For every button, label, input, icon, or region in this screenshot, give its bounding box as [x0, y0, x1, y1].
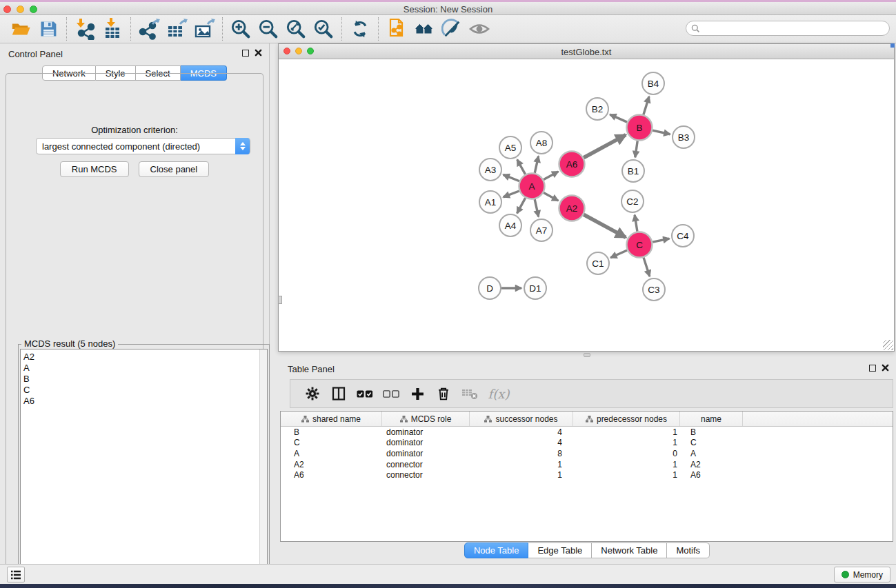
graph-edge-A-A4[interactable] — [517, 198, 526, 213]
open-folder-icon[interactable] — [7, 17, 34, 41]
result-item[interactable]: A2 — [23, 352, 267, 363]
list-icon — [10, 570, 21, 580]
frame-edge-grip[interactable] — [278, 296, 282, 304]
home-icon[interactable] — [410, 17, 438, 41]
tab-network-table[interactable]: Network Table — [592, 543, 667, 558]
optimization-criterion-label: Optimization criterion: — [6, 125, 263, 135]
graph-edge-A6-B[interactable] — [584, 135, 626, 158]
result-scrollbar[interactable] — [259, 349, 267, 578]
graph-edge-A2-C[interactable] — [584, 214, 626, 237]
export-network-icon[interactable] — [135, 17, 163, 41]
sort-tree-icon — [586, 416, 593, 423]
graph-edge-C-C1[interactable] — [610, 250, 627, 258]
graph-edge-C-C3[interactable] — [644, 258, 650, 276]
splitter-grip[interactable] — [584, 353, 590, 357]
graph-edge-B-B4[interactable] — [644, 97, 649, 114]
table-panel-header: Table Panel — [278, 358, 896, 379]
column-header-mcds-role[interactable]: MCDS role — [382, 412, 470, 426]
resize-handle-icon[interactable] — [883, 340, 893, 350]
node-table[interactable]: shared name MCDS role successor nodes pr… — [280, 411, 893, 542]
graph-node-label-B3: B3 — [678, 132, 690, 143]
float-panel-icon[interactable] — [869, 365, 876, 372]
column-header-successor-nodes[interactable]: successor nodes — [470, 412, 573, 426]
function-builder-icon[interactable]: f(x) — [483, 382, 515, 405]
export-image-icon[interactable] — [190, 17, 218, 41]
table-header-row: shared name MCDS role successor nodes pr… — [281, 412, 893, 427]
network-graph[interactable]: B4B2BB3A5A8A6A3B1AA1C2A2A4A7CC4C1C3DD1 — [279, 60, 894, 351]
mcds-panel-body: Optimization criterion: largest connecte… — [6, 73, 263, 588]
mcds-result-title: MCDS result (5 nodes) — [21, 338, 118, 349]
column-header-shared-name[interactable]: shared name — [281, 412, 382, 426]
graph-node-label-D1: D1 — [529, 283, 541, 294]
delete-row-trash-icon[interactable] — [430, 382, 457, 405]
table-row[interactable]: C dominator 4 1 C — [281, 438, 893, 449]
deselect-all-icon[interactable] — [378, 382, 404, 405]
delete-table-icon[interactable] — [457, 382, 483, 405]
import-network-icon[interactable] — [71, 17, 99, 41]
mcds-result-list[interactable]: A2 A B C A6 — [20, 349, 268, 578]
result-item[interactable]: C — [23, 385, 267, 396]
table-row[interactable]: A dominator 8 0 A — [281, 448, 893, 459]
result-item[interactable]: B — [23, 374, 267, 385]
table-row[interactable]: A6 connector 1 1 A6 — [281, 469, 893, 480]
graph-edge-A-A8[interactable] — [535, 156, 538, 173]
graph-node-label-A1: A1 — [485, 197, 497, 207]
show-columns-icon[interactable] — [326, 382, 352, 405]
graph-edge-A-A2[interactable] — [544, 192, 558, 201]
save-icon[interactable] — [34, 17, 62, 41]
task-history-button[interactable] — [7, 567, 25, 582]
zoom-fit-icon[interactable] — [282, 17, 310, 41]
show-graphics-details-icon[interactable] — [466, 17, 493, 41]
network-window-titlebar[interactable]: testGlobe.txt — [279, 44, 894, 59]
close-panel-button[interactable]: Close panel — [139, 161, 210, 177]
tab-edge-table[interactable]: Edge Table — [528, 543, 592, 558]
zoom-in-icon[interactable] — [227, 17, 255, 41]
graph-edge-B-B3[interactable] — [653, 130, 670, 134]
criterion-selected-value: largest connected component (directed) — [42, 141, 200, 152]
memory-label: Memory — [853, 570, 883, 580]
sort-tree-icon — [301, 416, 309, 423]
network-view-window: testGlobe.txt B4B2BB3A5A8A6A3B1AA1C2A2A4… — [278, 43, 895, 352]
toolbar-separator — [130, 17, 131, 41]
toolbar-separator — [341, 17, 342, 41]
column-header-name[interactable]: name — [680, 412, 743, 426]
refresh-icon[interactable] — [346, 17, 374, 41]
zoom-out-icon[interactable] — [255, 17, 282, 41]
search-icon — [691, 24, 700, 33]
graph-edge-A-A3[interactable] — [504, 174, 519, 181]
tab-motifs[interactable]: Motifs — [667, 543, 710, 558]
graph-edge-A-A6[interactable] — [544, 172, 558, 180]
select-all-icon[interactable] — [352, 382, 378, 405]
zoom-selected-icon[interactable] — [310, 17, 337, 41]
graph-edge-C-C2[interactable] — [635, 215, 637, 232]
float-panel-icon[interactable] — [242, 50, 249, 57]
table-row[interactable]: A2 connector 1 1 A2 — [281, 459, 893, 470]
search-field[interactable] — [686, 21, 890, 36]
network-canvas[interactable]: B4B2BB3A5A8A6A3B1AA1C2A2A4A7CC4C1C3DD1 — [279, 60, 894, 351]
search-input[interactable] — [700, 23, 889, 33]
table-row[interactable]: B dominator 4 1 B — [281, 427, 893, 438]
table-panel: Table Panel f(x) — [278, 358, 896, 564]
run-mcds-button[interactable]: Run MCDS — [60, 161, 129, 177]
column-header-predecessor-nodes[interactable]: predecessor nodes — [573, 412, 680, 426]
result-item[interactable]: A6 — [23, 396, 267, 407]
import-table-icon[interactable] — [99, 17, 126, 41]
add-row-icon[interactable] — [404, 382, 430, 405]
graph-node-label-A7: A7 — [536, 225, 548, 236]
graph-edge-A-A5[interactable] — [517, 159, 526, 174]
export-table-icon[interactable] — [163, 17, 190, 41]
settings-gear-icon[interactable] — [299, 382, 326, 405]
tab-node-table[interactable]: Node Table — [464, 543, 529, 558]
graph-edge-A-A1[interactable] — [504, 191, 519, 197]
close-panel-icon[interactable] — [255, 49, 262, 57]
close-panel-icon[interactable] — [882, 364, 889, 372]
open-network-file-icon[interactable] — [383, 17, 410, 41]
graph-edge-B-B2[interactable] — [610, 114, 627, 122]
graph-edge-B-B1[interactable] — [635, 141, 637, 157]
memory-button[interactable]: Memory — [834, 567, 890, 582]
criterion-select[interactable]: largest connected component (directed) — [36, 138, 250, 154]
hide-graphics-details-icon[interactable] — [438, 17, 466, 41]
result-item[interactable]: A — [23, 363, 267, 374]
graph-edge-A-A7[interactable] — [535, 199, 539, 216]
graph-edge-C-C4[interactable] — [653, 239, 669, 242]
